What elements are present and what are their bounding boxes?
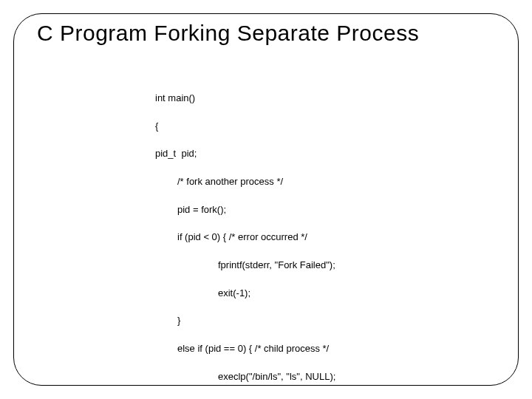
code-block: int main() { pid_t pid; /* fork another … — [155, 78, 403, 399]
code-line: else if (pid == 0) { /* child process */ — [155, 342, 403, 356]
code-line: int main() — [155, 92, 403, 106]
code-line: if (pid < 0) { /* error occurred */ — [155, 231, 403, 245]
code-line: execlp("/bin/ls", "ls", NULL); — [155, 370, 403, 384]
code-line: fprintf(stderr, "Fork Failed"); — [155, 259, 403, 273]
code-line: exit(-1); — [155, 287, 403, 301]
code-line: { — [155, 120, 403, 134]
slide-title: C Program Forking Separate Process — [37, 21, 419, 46]
code-line: } — [155, 314, 403, 328]
code-line: pid = fork(); — [155, 203, 403, 217]
code-line: /* fork another process */ — [155, 175, 403, 189]
code-line: pid_t pid; — [155, 147, 403, 161]
